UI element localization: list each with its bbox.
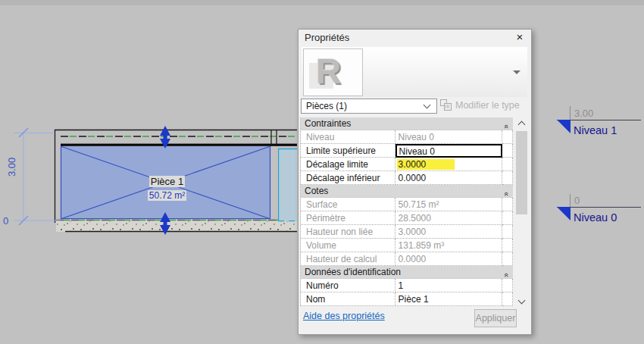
property-name: Numéro — [301, 279, 395, 292]
property-row[interactable]: Surface 50.715 m² — [301, 198, 513, 211]
property-extra-cell — [502, 198, 513, 211]
property-row[interactable]: Nom Pièce 1 — [301, 292, 513, 306]
property-row[interactable]: Numéro 1 — [301, 279, 513, 292]
collapse-icon[interactable]: « — [500, 192, 513, 195]
selection-filter-value: Pièces (1) — [306, 101, 347, 111]
palette-title-bar[interactable]: Propriétés — [299, 30, 531, 46]
level-1-name[interactable]: Niveau 1 — [574, 124, 617, 136]
apply-button[interactable]: Appliquer — [474, 309, 517, 327]
room-tag-name: Pièce 1 — [149, 176, 185, 187]
property-extra-cell — [502, 211, 513, 225]
property-value[interactable]: 0.0000 — [395, 171, 502, 185]
section-title: Données d'identification — [305, 267, 401, 277]
scrollbar-thumb[interactable] — [516, 131, 527, 214]
level-0-elevation: 0 — [574, 195, 580, 206]
property-extra-cell — [502, 279, 513, 292]
chevron-down-icon — [424, 102, 431, 109]
property-name: Nom — [301, 292, 395, 306]
property-row[interactable]: Volume 131.859 m³ — [301, 239, 513, 252]
level-0-head-icon[interactable] — [557, 207, 571, 220]
property-value: 28.5000 — [395, 211, 502, 225]
chevron-down-icon[interactable] — [513, 70, 521, 74]
property-value: 50.715 m² — [395, 198, 502, 211]
section-header-donnees-identification[interactable]: Données d'identification « — [301, 266, 513, 279]
property-value-focused[interactable]: Niveau 0 — [395, 144, 502, 158]
property-value: 0.0000 — [395, 252, 502, 266]
room-tag-area: 50.72 m² — [148, 190, 186, 201]
property-name: Niveau — [301, 130, 395, 144]
modify-type-button[interactable]: Modifier le type — [439, 98, 529, 113]
modify-type-label: Modifier le type — [455, 98, 520, 113]
revit-app-canvas: 3.00 0 3.00 Niveau 1 0 Niveau 0 Pièce 1 … — [0, 0, 644, 344]
property-name: Limite supérieure — [301, 144, 395, 158]
ceiling-line — [61, 144, 297, 146]
scrollbar-down-icon[interactable] — [515, 293, 528, 306]
property-extra-cell — [502, 225, 513, 239]
property-name: Hauteur de calcul — [301, 252, 395, 266]
room-tag[interactable]: Pièce 1 50.72 m² — [145, 174, 189, 202]
property-row[interactable]: Périmètre 28.5000 — [301, 211, 513, 225]
type-thumbnail: R — [303, 48, 363, 96]
property-extra-cell — [502, 252, 513, 266]
room-2-fill[interactable] — [278, 149, 297, 221]
property-name: Décalage limite — [301, 158, 395, 171]
properties-palette: Propriétés × R Pièces (1) Modifier le ty… — [298, 29, 532, 335]
selection-filter-dropdown[interactable]: Pièces (1) — [301, 99, 437, 114]
dimension-origin-text[interactable]: 0 — [3, 215, 8, 227]
property-extra-cell — [502, 144, 513, 158]
property-name: Hauteur non liée — [301, 225, 395, 239]
property-name: Volume — [301, 239, 395, 252]
grid-scrollbar[interactable] — [515, 117, 528, 306]
collapse-icon[interactable]: « — [500, 273, 513, 277]
property-row[interactable]: Hauteur non liée 3.0000 — [301, 225, 513, 239]
palette-title: Propriétés — [305, 32, 349, 43]
property-extra-cell — [502, 292, 513, 306]
property-row[interactable]: Hauteur de calcul 0.0000 — [301, 252, 513, 266]
section-title: Cotes — [305, 186, 328, 196]
properties-help-link[interactable]: Aide des propriétés — [303, 311, 385, 321]
edit-type-icon — [440, 99, 452, 111]
property-extra-cell — [502, 158, 513, 171]
revit-family-logo: R — [316, 51, 341, 92]
property-value[interactable]: 3.0000 — [395, 158, 502, 171]
edited-value-highlight[interactable]: 3.0000 — [397, 159, 455, 170]
property-row[interactable]: Niveau Niveau 0 — [301, 130, 513, 144]
dimension-value-text[interactable]: 3.00 — [6, 158, 17, 177]
property-extra-cell — [502, 130, 513, 144]
collapse-icon[interactable]: « — [500, 124, 513, 128]
section-title: Contraintes — [305, 118, 351, 129]
property-value: 3.0000 — [395, 225, 502, 239]
level-1-elevation: 3.00 — [574, 108, 593, 119]
property-value[interactable]: Pièce 1 — [395, 292, 502, 306]
scrollbar-up-icon[interactable] — [515, 117, 528, 130]
property-value[interactable]: 1 — [395, 279, 502, 292]
property-name: Périmètre — [301, 211, 395, 225]
property-row[interactable]: Décalage inférieur 0.0000 — [301, 171, 513, 185]
section-header-cotes[interactable]: Cotes « — [301, 185, 513, 198]
property-grid: Contraintes « Niveau Niveau 0 Limite sup… — [300, 117, 513, 306]
section-header-contraintes[interactable]: Contraintes « — [301, 117, 513, 130]
property-value: 131.859 m³ — [395, 239, 502, 252]
property-extra-cell — [502, 239, 513, 252]
floor-slab-texture — [56, 220, 297, 232]
close-icon[interactable]: × — [513, 30, 527, 44]
property-row[interactable]: Décalage limite 3.0000 — [301, 158, 513, 171]
property-row[interactable]: Limite supérieure Niveau 0 — [301, 144, 513, 158]
level-0-name[interactable]: Niveau 0 — [574, 211, 617, 224]
property-extra-cell — [502, 171, 513, 185]
type-preview-panel[interactable]: R — [302, 47, 527, 97]
property-name: Surface — [301, 198, 395, 211]
level-1-head-icon[interactable] — [557, 120, 571, 133]
property-value: Niveau 0 — [395, 130, 502, 144]
property-name: Décalage inférieur — [301, 171, 395, 185]
